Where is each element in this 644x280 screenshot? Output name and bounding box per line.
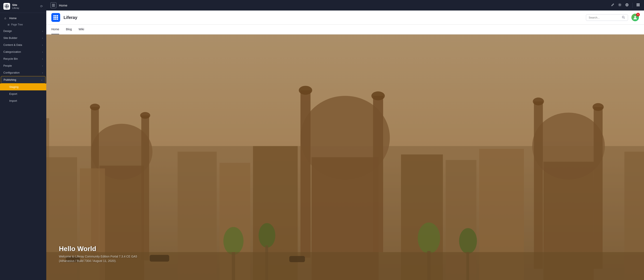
site-icon (3, 3, 10, 10)
hero-subtitle: Welcome to Liferay Community Edition Por… (59, 254, 137, 263)
sidebar-item-content-data[interactable]: Content & Data › (0, 41, 46, 48)
sidebar-item-page-tree[interactable]: ⊞ Page Tree (0, 22, 46, 27)
main-content: Home (46, 0, 644, 280)
sidebar-item-page-tree-label: Page Tree (11, 23, 23, 26)
chevron-right-icon: › (42, 44, 43, 46)
svg-rect-13 (638, 5, 638, 6)
chevron-down-icon: ⌄ (41, 78, 43, 81)
site-header: Liferay 5 (46, 10, 644, 24)
sidebar-item-recycle-bin-label: Recycle Bin (3, 57, 42, 60)
sidebar-brand: Site Liferay (3, 3, 19, 10)
chevron-right-icon: › (42, 30, 43, 32)
sidebar-item-publishing-label: Publishing (4, 78, 41, 81)
svg-rect-9 (637, 4, 638, 5)
search-icon (622, 16, 625, 19)
hero-title: Hello World (59, 245, 137, 253)
svg-rect-10 (638, 4, 638, 5)
site-header-right: 5 (632, 14, 639, 21)
sidebar-header: Site Liferay ⟳ (0, 0, 46, 13)
svg-rect-3 (52, 6, 55, 6)
edit-icon[interactable] (611, 3, 614, 7)
sidebar-brand-text: Site Liferay (12, 3, 19, 9)
svg-rect-6 (637, 3, 638, 4)
svg-rect-8 (639, 3, 640, 4)
sidebar-item-site-builder-label: Site Builder (3, 36, 42, 39)
sidebar: Site Liferay ⟳ ⌂ Home ⊞ Page Tree Design… (0, 0, 46, 280)
page-tree-icon: ⊞ (8, 23, 10, 26)
sidebar-item-categorization-label: Categorization (3, 50, 42, 53)
search-input[interactable] (589, 16, 620, 19)
sidebar-subitem-export[interactable]: Export (0, 90, 46, 97)
sidebar-item-publishing[interactable]: Publishing ⌄ (1, 76, 46, 83)
sidebar-nav: ⌂ Home ⊞ Page Tree Design › Site Builder… (0, 13, 46, 280)
svg-rect-1 (52, 4, 55, 4)
svg-rect-2 (52, 5, 55, 5)
site-nav-wiki[interactable]: Wiki (78, 24, 84, 34)
sidebar-item-home[interactable]: ⌂ Home (0, 14, 46, 22)
svg-rect-7 (638, 3, 638, 4)
sidebar-subitem-import-label: Import (9, 99, 17, 102)
svg-rect-11 (639, 4, 640, 5)
topbar-icons (611, 3, 640, 8)
svg-point-4 (620, 4, 620, 5)
site-logo (51, 13, 60, 22)
chevron-right-icon: › (42, 64, 43, 67)
hero-section: Hello World Welcome to Liferay Community… (46, 34, 644, 280)
sidebar-item-home-label: Home (9, 16, 43, 20)
site-search-bar[interactable] (586, 14, 628, 21)
sidebar-item-people[interactable]: People › (0, 62, 46, 69)
notification-badge: 5 (636, 13, 640, 16)
svg-rect-65 (46, 34, 644, 280)
hero-background (46, 34, 644, 280)
site-title: Liferay (64, 15, 582, 20)
apps-grid-icon[interactable] (636, 3, 640, 7)
hero-text: Hello World Welcome to Liferay Community… (59, 245, 137, 263)
chevron-right-icon: › (42, 37, 43, 39)
svg-rect-14 (639, 5, 640, 6)
sidebar-item-configuration-label: Configuration (3, 71, 42, 74)
site-nav-blog[interactable]: Blog (66, 24, 72, 34)
sidebar-item-site-builder[interactable]: Site Builder › (0, 34, 46, 41)
site-nav-home[interactable]: Home (51, 24, 59, 34)
sidebar-brand-subtitle: Liferay (12, 7, 19, 9)
svg-rect-12 (637, 5, 638, 6)
sidebar-item-recycle-bin[interactable]: Recycle Bin › (0, 55, 46, 62)
sidebar-item-people-label: People (3, 64, 42, 67)
sidebar-subitem-staging[interactable]: Staging (0, 83, 46, 90)
sidebar-subitem-export-label: Export (9, 92, 17, 95)
svg-point-15 (622, 16, 624, 18)
user-avatar-wrapper[interactable]: 5 (632, 14, 639, 21)
sidebar-item-configuration[interactable]: Configuration › (0, 69, 46, 76)
topbar-title: Home (59, 3, 67, 7)
topbar: Home (46, 0, 644, 10)
sidebar-item-content-data-label: Content & Data (3, 43, 42, 46)
sidebar-back-icon[interactable]: ⟳ (40, 4, 43, 8)
chevron-right-icon: › (42, 51, 43, 53)
sidebar-subitem-staging-label: Staging (9, 85, 18, 88)
settings-icon[interactable] (618, 3, 622, 7)
sidebar-item-design[interactable]: Design › (0, 27, 46, 34)
svg-point-16 (634, 16, 636, 18)
chevron-right-icon: › (42, 58, 43, 60)
chevron-right-icon: › (42, 71, 43, 74)
home-icon: ⌂ (3, 16, 7, 20)
sidebar-toggle-button[interactable] (50, 2, 56, 8)
sidebar-item-design-label: Design (3, 29, 42, 32)
hero-subtitle-line2: (Athanasius / Build 7304 / August 11, 20… (59, 259, 116, 263)
globe-icon[interactable] (625, 3, 629, 7)
sidebar-brand-title: Site (12, 3, 19, 7)
sidebar-item-categorization[interactable]: Categorization › (0, 48, 46, 55)
sidebar-subitem-import[interactable]: Import (0, 97, 46, 104)
logo-grid (54, 15, 58, 20)
hero-subtitle-line1: Welcome to Liferay Community Edition Por… (59, 255, 137, 258)
site-nav: Home Blog Wiki (46, 24, 644, 34)
